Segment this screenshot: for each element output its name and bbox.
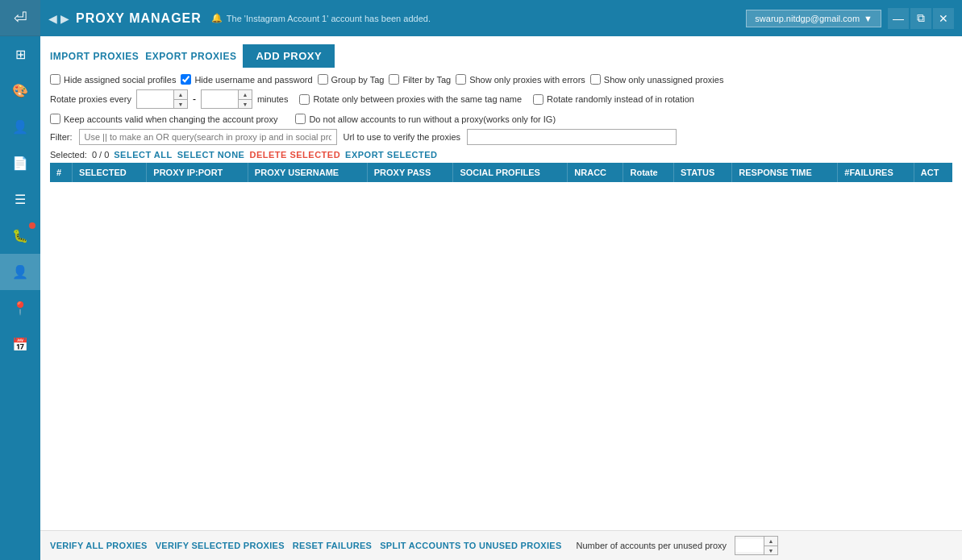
num-accounts-input-group[interactable]: 3 ▲ ▼ (735, 536, 778, 555)
num-accounts-up[interactable]: ▲ (764, 537, 777, 545)
rotate-value2-input[interactable]: 480 ▲ ▼ (201, 89, 252, 109)
no-proxy-label: Do not allow accounts to run without a p… (309, 114, 556, 124)
back-icon[interactable]: ⏎ (0, 0, 40, 36)
split-accounts-button[interactable]: SPLIT ACCOUNTS TO UNUSED PROXIES (380, 541, 561, 550)
main-content: ◀ ▶ PROXY MANAGER 🔔 The 'Instagram Accou… (40, 0, 962, 560)
col-pass: PROXY PASS (367, 163, 453, 182)
col-username: PROXY USERNAME (248, 163, 367, 182)
sidebar-top: ⏎ (0, 0, 40, 36)
filter-by-tag-checkbox[interactable] (389, 74, 399, 85)
hide-assigned-checkbox[interactable] (50, 74, 60, 85)
dropdown-icon: ▼ (864, 14, 872, 23)
same-tag-option[interactable]: Rotate only between proxies with the sam… (299, 94, 522, 105)
export-selected-button[interactable]: EXPORT SELECTED (345, 150, 437, 160)
num-accounts-down[interactable]: ▼ (764, 545, 777, 554)
url-input[interactable]: http://www.bing.com/ (467, 129, 677, 145)
col-response: RESPONSE TIME (732, 163, 838, 182)
reset-failures-button[interactable]: RESET FAILURES (293, 541, 372, 550)
col-social: SOCIAL PROFILES (453, 163, 568, 182)
rotate-min-spinners: ▲ ▼ (173, 90, 187, 108)
window-controls: — ⧉ ✕ (888, 8, 954, 29)
rotate-min-down[interactable]: ▼ (174, 99, 187, 108)
minutes-label: minutes (257, 94, 289, 104)
select-none-button[interactable]: SELECT NONE (177, 150, 245, 160)
hide-assigned-option[interactable]: Hide assigned social profiles (50, 74, 176, 85)
rotate-randomly-option[interactable]: Rotate randomly instead of in rotation (533, 94, 694, 105)
rotate-dash: - (193, 93, 196, 105)
export-proxies-button[interactable]: EXPORT PROXIES (145, 48, 236, 65)
users-icon[interactable]: 👤 (0, 109, 40, 145)
group-by-tag-option[interactable]: Group by Tag (318, 74, 385, 85)
palette-icon[interactable]: 🎨 (0, 73, 40, 109)
hide-assigned-label: Hide assigned social profiles (64, 75, 176, 85)
user-email-text: swarup.nitdgp@gmail.com (755, 14, 860, 23)
rotate-max-spinners: ▲ ▼ (238, 90, 252, 108)
group-by-tag-checkbox[interactable] (318, 74, 328, 85)
minimize-button[interactable]: — (888, 8, 909, 29)
rotate-max-input[interactable]: 480 (202, 93, 238, 106)
filter-by-tag-option[interactable]: Filter by Tag (389, 74, 451, 85)
bug-icon[interactable]: 🐛 (0, 218, 40, 254)
table-header-row: # SELECTED PROXY IP:PORT PROXY USERNAME … (50, 163, 952, 182)
rotate-value1-input[interactable]: 240 ▲ ▼ (136, 89, 188, 109)
list-icon[interactable]: ☰ (0, 181, 40, 218)
content-area: IMPORT PROXIES EXPORT PROXIES ADD PROXY … (40, 36, 962, 530)
keep-accounts-checkbox[interactable] (50, 114, 60, 124)
close-button[interactable]: ✕ (933, 8, 954, 29)
url-label: Url to use to verify the proxies (344, 132, 461, 142)
options-row: Hide assigned social profiles Hide usern… (50, 74, 952, 85)
show-errors-checkbox[interactable] (456, 74, 466, 85)
nav-left-icon[interactable]: ◀ (48, 12, 57, 25)
rotate-max-down[interactable]: ▼ (239, 99, 252, 108)
page-title: PROXY MANAGER (76, 11, 202, 26)
show-unassigned-checkbox[interactable] (590, 74, 601, 85)
col-num: # (50, 163, 73, 182)
no-proxy-option[interactable]: Do not allow accounts to run without a p… (295, 114, 556, 124)
nav-right-icon[interactable]: ▶ (60, 12, 69, 25)
hide-username-option[interactable]: Hide username and password (181, 74, 312, 85)
verify-selected-button[interactable]: VERIFY SELECTED PROXIES (156, 541, 285, 550)
rotate-min-input[interactable]: 240 (137, 93, 173, 106)
col-status: STATUS (673, 163, 731, 182)
rotate-randomly-checkbox[interactable] (533, 94, 543, 105)
selected-count: 0 / 0 (92, 150, 109, 160)
sidebar: ⏎ ⊞ 🎨 👤 📄 ☰ 🐛 👤 📍 📅 (0, 0, 40, 560)
same-tag-checkbox[interactable] (299, 94, 310, 105)
group-by-tag-label: Group by Tag (331, 75, 385, 85)
num-accounts-input[interactable]: 3 (735, 539, 764, 552)
proxy-table: # SELECTED PROXY IP:PORT PROXY USERNAME … (50, 163, 952, 182)
user-email-button[interactable]: swarup.nitdgp@gmail.com ▼ (746, 10, 881, 27)
delete-selected-button[interactable]: DELETE SELECTED (249, 150, 340, 160)
hide-username-label: Hide username and password (194, 75, 312, 85)
hide-username-checkbox[interactable] (181, 74, 191, 85)
show-errors-option[interactable]: Show only proxies with errors (456, 74, 585, 85)
keep-accounts-option[interactable]: Keep accounts valid when changing the ac… (50, 114, 277, 124)
maximize-button[interactable]: ⧉ (910, 8, 931, 29)
show-unassigned-option[interactable]: Show only unassigned proxies (590, 74, 724, 85)
filter-input[interactable] (79, 129, 337, 145)
filter-by-tag-label: Filter by Tag (402, 75, 451, 85)
nav-arrows: ◀ ▶ (48, 12, 69, 25)
selected-label: Selected: (50, 150, 87, 160)
show-unassigned-label: Show only unassigned proxies (604, 75, 724, 85)
import-proxies-button[interactable]: IMPORT PROXIES (50, 48, 139, 65)
rotate-row: Rotate proxies every 240 ▲ ▼ - 480 ▲ ▼ m… (50, 89, 952, 109)
rotate-max-up[interactable]: ▲ (239, 90, 252, 99)
title-bar: ◀ ▶ PROXY MANAGER 🔔 The 'Instagram Accou… (40, 0, 962, 36)
proxy-table-container: # SELECTED PROXY IP:PORT PROXY USERNAME … (50, 163, 952, 530)
document-icon[interactable]: 📄 (0, 145, 40, 181)
select-all-button[interactable]: SELECT ALL (114, 150, 172, 160)
notification-area: 🔔 The 'Instagram Account 1' account has … (211, 13, 746, 23)
person-icon[interactable]: 👤 (0, 254, 40, 290)
location-icon[interactable]: 📍 (0, 290, 40, 326)
col-failures: #FAILURES (838, 163, 914, 182)
col-selected: SELECTED (73, 163, 147, 182)
calendar-icon[interactable]: 📅 (0, 326, 40, 363)
num-accounts-spinners: ▲ ▼ (764, 537, 777, 554)
add-proxy-button[interactable]: ADD PROXY (243, 44, 335, 68)
verify-all-button[interactable]: VERIFY ALL PROXIES (50, 541, 148, 550)
dashboard-icon[interactable]: ⊞ (0, 36, 40, 73)
selected-row: Selected: 0 / 0 SELECT ALL SELECT NONE D… (50, 150, 952, 160)
no-proxy-checkbox[interactable] (295, 114, 306, 124)
rotate-min-up[interactable]: ▲ (174, 90, 187, 99)
